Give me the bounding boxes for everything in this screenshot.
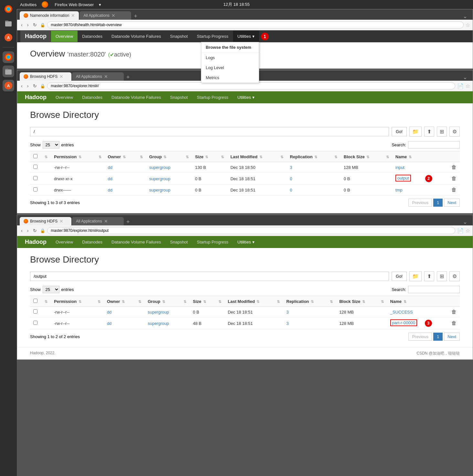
th-owner-2[interactable]: Owner ⇅ — [105, 151, 136, 162]
utilities-btn-2[interactable]: Utilities ▾ — [233, 92, 259, 103]
nav-datanode-vol-2[interactable]: Datanode Volume Failures — [107, 92, 165, 103]
page-icon-2[interactable]: 📄 — [457, 83, 464, 89]
th-sort8-2[interactable]: ⇅ — [382, 151, 392, 162]
window-collapse-1[interactable]: ⌄ — [140, 13, 470, 20]
address-input-2[interactable] — [47, 82, 455, 89]
nav-overview-2[interactable]: Overview — [51, 92, 78, 103]
tab-all-apps-3-close[interactable]: ✕ — [104, 219, 108, 224]
replication-3-2[interactable]: 3 — [286, 321, 289, 326]
th-sort5-3[interactable]: ⇅ — [215, 296, 225, 307]
path-input-3[interactable] — [30, 272, 389, 281]
tab-namenode[interactable]: Namenode information ✕ — [20, 11, 79, 20]
th-sort4-2[interactable]: ⇅ — [182, 151, 192, 162]
delete-3-2[interactable]: 🗑 — [451, 320, 457, 326]
select-all-2[interactable] — [33, 154, 37, 158]
th-sort3-2[interactable]: ⇅ — [136, 151, 146, 162]
logs-item-1[interactable]: Logs — [201, 53, 259, 63]
group-2-1[interactable]: supergroup — [149, 165, 171, 170]
taskbar-firefox-icon[interactable] — [3, 3, 14, 15]
hadoop-brand-3[interactable]: Hadoop — [20, 236, 51, 248]
bookmark-icon-3[interactable]: ☆ — [466, 228, 470, 234]
back-btn-1[interactable]: ‹ — [20, 22, 24, 28]
nav-startup-2[interactable]: Startup Progress — [192, 92, 233, 103]
th-replication-2[interactable]: Replication ⇅ — [287, 151, 330, 162]
th-blocksize-3[interactable]: Block Size ⇅ — [336, 296, 377, 307]
metrics-item-1[interactable]: Metrics — [201, 73, 259, 83]
nav-datanode-vol-3[interactable]: Datanode Volume Failures — [107, 236, 165, 248]
th-sort7-2[interactable]: ⇅ — [331, 151, 341, 162]
config-icon-btn-3[interactable]: ⚙ — [449, 271, 460, 281]
prev-btn-3[interactable]: Previous — [408, 333, 432, 341]
browse-fs-item[interactable]: Browse the file system — [201, 42, 259, 53]
owner-3-1[interactable]: dd — [107, 310, 111, 315]
next-btn-2[interactable]: Next — [444, 199, 460, 207]
reload-btn-1[interactable]: ↻ — [32, 22, 38, 28]
tab-browsing-hdfs-2[interactable]: Browsing HDFS ✕ — [20, 72, 71, 81]
th-sort7-3[interactable]: ⇅ — [326, 296, 336, 307]
tab-all-apps-1[interactable]: All Applications ✕ — [79, 11, 131, 20]
path-input-2[interactable] — [30, 127, 389, 136]
th-group-3[interactable]: Group ⇅ — [144, 296, 180, 307]
delete-2-3[interactable]: 🗑 — [451, 187, 457, 192]
row-check-2-2[interactable] — [33, 176, 37, 180]
new-tab-3-btn[interactable]: + — [124, 219, 132, 225]
replication-2-1[interactable]: 3 — [290, 165, 292, 170]
th-group-2[interactable]: Group ⇅ — [146, 151, 182, 162]
th-blocksize-2[interactable]: Block Size ⇅ — [341, 151, 382, 162]
th-name-3[interactable]: Name ⇅ — [387, 296, 448, 307]
th-sort6-3[interactable]: ⇅ — [273, 296, 283, 307]
page-1-btn-2[interactable]: 1 — [433, 199, 443, 207]
bookmark-icon-2[interactable]: ☆ — [466, 83, 470, 89]
nav-overview-1[interactable]: Overview — [51, 31, 78, 42]
tab-browsing-close-2[interactable]: ✕ — [59, 74, 63, 79]
taskbar-ubuntu-store-icon[interactable]: A — [3, 32, 14, 43]
go-btn-3[interactable]: Go! — [392, 272, 407, 281]
name-2-3[interactable]: tmp — [395, 188, 403, 192]
nav-startup-3[interactable]: Startup Progress — [192, 236, 233, 248]
tab-browsing-hdfs-3[interactable]: Browsing HDFS ✕ — [20, 217, 71, 225]
tab-all-apps-3[interactable]: All Applications ✕ — [72, 217, 124, 225]
folder-icon-btn-2[interactable]: 📁 — [409, 127, 422, 137]
utilities-btn-1[interactable]: Utilities ▾ — [233, 31, 259, 42]
upload-icon-btn-3[interactable]: ⬆ — [424, 271, 434, 281]
taskbar-files2-icon[interactable] — [3, 66, 14, 77]
name-3-2[interactable]: part-r-00000 — [390, 319, 417, 326]
replication-2-3[interactable]: 0 — [290, 188, 292, 192]
row-check-3-1[interactable] — [33, 309, 37, 314]
delete-2-1[interactable]: 🗑 — [451, 164, 457, 170]
address-input-1[interactable] — [47, 21, 464, 28]
page-1-btn-3[interactable]: 1 — [433, 333, 443, 341]
th-sort2-3[interactable]: ⇅ — [94, 296, 104, 307]
name-3-1[interactable]: _SUCCESS — [390, 310, 413, 315]
group-3-1[interactable]: supergroup — [148, 310, 169, 315]
name-2-1[interactable]: input — [395, 165, 405, 170]
nav-overview-3[interactable]: Overview — [51, 236, 78, 248]
th-sort-3[interactable]: ⇅ — [41, 296, 51, 307]
new-tab-1-btn[interactable]: + — [132, 13, 139, 20]
nav-snapshot-2[interactable]: Snapshot — [165, 92, 192, 103]
taskbar-store2-icon[interactable]: A — [3, 80, 14, 91]
utilities-btn-3[interactable]: Utilities ▾ — [233, 236, 259, 248]
th-sort4-3[interactable]: ⇅ — [180, 296, 190, 307]
th-sort-2[interactable]: ⇅ — [41, 151, 51, 162]
th-sort5-2[interactable]: ⇅ — [217, 151, 227, 162]
window-collapse-3[interactable]: ⌄ — [132, 218, 470, 225]
owner-2-2[interactable]: dd — [108, 176, 112, 181]
row-check-2-1[interactable] — [33, 165, 37, 169]
hadoop-brand-1[interactable]: Hadoop — [20, 30, 51, 42]
show-select-2[interactable]: 25 50 100 — [43, 141, 59, 149]
browser-dropdown-icon[interactable]: ▾ — [99, 2, 101, 7]
log-level-item-1[interactable]: Log Level — [201, 63, 259, 73]
th-owner-3[interactable]: Owner ⇅ — [104, 296, 134, 307]
prev-btn-2[interactable]: Previous — [408, 199, 432, 207]
grid-icon-btn-2[interactable]: ⊞ — [437, 127, 447, 137]
group-2-3[interactable]: supergroup — [149, 188, 171, 192]
group-3-2[interactable]: supergroup — [148, 321, 169, 326]
config-icon-btn-2[interactable]: ⚙ — [449, 127, 460, 137]
address-input-3[interactable] — [47, 227, 455, 234]
th-size-2[interactable]: Size ⇅ — [192, 151, 217, 162]
row-check-2-3[interactable] — [33, 187, 37, 191]
show-select-3[interactable]: 25 50 100 — [43, 286, 59, 293]
th-sort3-3[interactable]: ⇅ — [134, 296, 144, 307]
search-input-2[interactable] — [408, 141, 460, 149]
